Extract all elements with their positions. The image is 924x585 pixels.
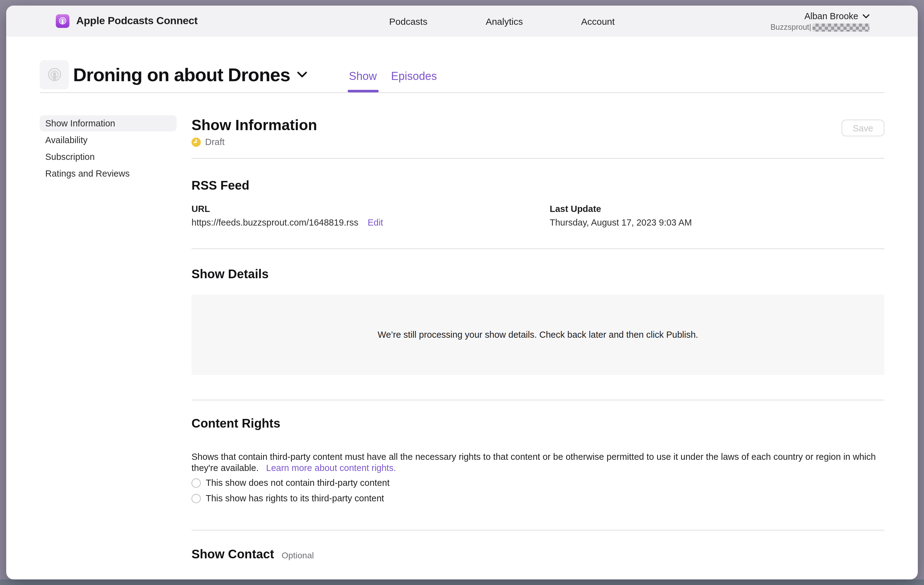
sidebar-item-show-information[interactable]: Show Information xyxy=(40,115,177,131)
section-divider xyxy=(191,158,884,159)
optional-label: Optional xyxy=(282,550,314,560)
save-button[interactable]: Save xyxy=(842,120,884,136)
last-update-label: Last Update xyxy=(550,204,601,214)
section-divider xyxy=(191,530,884,531)
url-label: URL xyxy=(191,204,210,214)
sidebar-item-subscription[interactable]: Subscription xyxy=(40,149,177,165)
status-badge: Draft xyxy=(191,137,224,147)
radio-option-has-rights[interactable]: This show has rights to its third-party … xyxy=(191,493,384,503)
edit-rss-link[interactable]: Edit xyxy=(368,218,383,227)
apple-podcasts-app-icon xyxy=(56,14,69,28)
radio-option-no-third-party[interactable]: This show does not contain third-party c… xyxy=(191,478,389,488)
settings-sidebar: Show Information Availability Subscripti… xyxy=(40,115,177,182)
app-window: Apple Podcasts Connect Podcasts Analytic… xyxy=(6,6,918,579)
content-rights-heading: Content Rights xyxy=(191,417,280,431)
rss-feed-heading: RSS Feed xyxy=(191,178,249,193)
screenshot-stage: Apple Podcasts Connect Podcasts Analytic… xyxy=(0,0,924,585)
show-contact-heading: Show Contact xyxy=(191,547,274,562)
status-label: Draft xyxy=(205,137,224,147)
show-details-heading: Show Details xyxy=(191,267,269,281)
content-rights-learn-more-link[interactable]: Learn more about content rights. xyxy=(266,463,396,473)
radio-label: This show has rights to its third-party … xyxy=(206,493,384,503)
rss-url-row: https://feeds.buzzsprout.com/1648819.rss… xyxy=(191,218,383,227)
processing-message: We’re still processing your show details… xyxy=(378,330,698,339)
app-brand[interactable]: Apple Podcasts Connect xyxy=(56,6,198,36)
radio-label: This show does not contain third-party c… xyxy=(206,478,389,488)
content-rights-description: Shows that contain third-party content m… xyxy=(191,451,884,474)
page-title: Show Information xyxy=(191,117,317,134)
draft-clock-icon xyxy=(191,137,201,147)
radio-button-icon[interactable] xyxy=(191,494,201,503)
show-artwork-placeholder xyxy=(40,60,69,89)
main-content: Show Information Save Draft RSS Feed URL… xyxy=(191,6,884,579)
section-divider xyxy=(191,249,884,249)
radio-button-icon[interactable] xyxy=(191,478,201,488)
app-title: Apple Podcasts Connect xyxy=(76,15,198,27)
section-divider xyxy=(191,400,884,400)
processing-notice-box: We’re still processing your show details… xyxy=(191,294,884,375)
show-contact-heading-row: Show Contact Optional xyxy=(191,547,314,562)
last-update-value: Thursday, August 17, 2023 9:03 AM xyxy=(550,218,692,227)
rss-url: https://feeds.buzzsprout.com/1648819.rss xyxy=(191,218,358,227)
podcast-placeholder-icon xyxy=(45,65,64,84)
sidebar-item-availability[interactable]: Availability xyxy=(40,132,177,148)
sidebar-item-ratings-and-reviews[interactable]: Ratings and Reviews xyxy=(40,165,177,181)
desktop-bottom-strip xyxy=(0,579,924,585)
